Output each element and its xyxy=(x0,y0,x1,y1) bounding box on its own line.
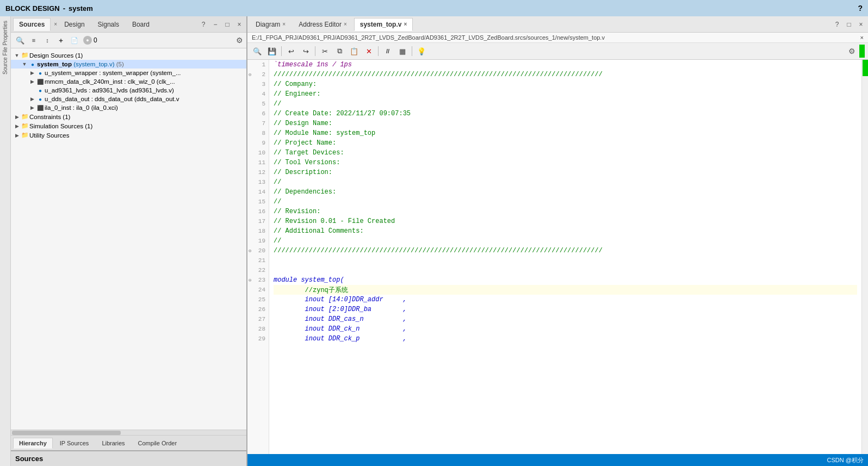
bottom-tab-libraries[interactable]: Libraries xyxy=(96,438,131,449)
code-line-6: // Create Date: 2022/11/27 09:07:35 xyxy=(274,109,857,119)
tree-scrollbar-thumb[interactable] xyxy=(12,431,121,435)
ln-arrow-20: ⊖ xyxy=(249,248,251,254)
add-sources-button[interactable]: + xyxy=(55,34,67,46)
code-text-13: // xyxy=(274,178,281,186)
code-text-17: // Revision 0.01 - File Created xyxy=(274,218,395,225)
bottom-tab-compile-order[interactable]: Compile Order xyxy=(132,438,183,449)
tree-horizontal-scrollbar[interactable] xyxy=(11,430,246,435)
toolbar-sep-1 xyxy=(281,46,282,56)
code-line-9: // Project Name: xyxy=(274,138,857,148)
count-circle: ● xyxy=(83,36,92,45)
right-scrollbar[interactable] xyxy=(861,60,868,454)
bottom-tab-hierarchy[interactable]: Hierarchy xyxy=(13,438,53,449)
tab-design[interactable]: Design xyxy=(58,18,90,31)
editor-tab-address-close[interactable]: × xyxy=(344,21,347,27)
tab-board[interactable]: Board xyxy=(126,18,156,31)
code-text-18: // Additional Comments: xyxy=(274,227,364,235)
editor-insight-button[interactable]: 💡 xyxy=(415,45,428,57)
code-text-9: // Project Name: xyxy=(274,139,336,147)
status-bar: CSDN @积分 xyxy=(247,454,868,466)
tree-arrow-mmcm: ▶ xyxy=(28,79,36,84)
tab-close-panel-icon[interactable]: × xyxy=(234,20,244,29)
tab-help-icon[interactable]: ? xyxy=(199,20,208,29)
editor-tab-address-editor[interactable]: Address Editor × xyxy=(293,18,353,31)
chip-icon-ila: ⬛ xyxy=(36,105,45,111)
editor-tab-system-top-close[interactable]: × xyxy=(404,21,407,27)
editor-save-button[interactable]: 💾 xyxy=(265,45,278,57)
expand-all-button[interactable]: ↕ xyxy=(41,34,53,46)
folder-icon-design-sources: 📁 xyxy=(21,52,29,59)
editor-cut-button[interactable]: ✂ xyxy=(318,45,331,57)
editor-comment-button[interactable]: // xyxy=(381,45,394,57)
editor-tab-diagram-close[interactable]: × xyxy=(282,21,286,27)
tree-item-system-top[interactable]: ▼ ● system_top (system_top.v) (5) xyxy=(11,60,246,69)
left-tabs-row: Sources × Design Signals Board ? − □ × xyxy=(11,16,246,33)
ln-6: 6 xyxy=(247,109,269,119)
tree-item-mmcm[interactable]: ▶ ⬛ mmcm_data_clk_240m_inst : clk_wiz_0 … xyxy=(11,77,246,86)
collapse-all-button[interactable]: ≡ xyxy=(28,34,40,46)
tab-sources[interactable]: Sources xyxy=(13,18,51,31)
left-tab-icons: ? − □ × xyxy=(199,20,244,29)
left-toolbar: 🔍 ≡ ↕ + 📄 ● 0 ⚙ xyxy=(11,33,246,48)
code-text-16: // Revision: xyxy=(274,208,320,215)
toolbar-count-area: ● 0 xyxy=(83,36,97,45)
code-content[interactable]: `timescale 1ns / 1ps ///////////////////… xyxy=(269,60,861,454)
editor-maximize-icon[interactable]: □ xyxy=(844,20,854,29)
tab-maximize-icon[interactable]: □ xyxy=(222,20,232,29)
code-line-13: // xyxy=(274,177,857,187)
tree-arrow-simulation: ▶ xyxy=(13,123,21,129)
ln-26: 26 xyxy=(247,305,269,314)
right-scrollbar-thumb[interactable] xyxy=(863,60,868,76)
editor-delete-button[interactable]: ✕ xyxy=(362,45,375,57)
editor-copy-button[interactable]: ⧉ xyxy=(333,45,346,57)
code-line-14: // Dependencies: xyxy=(274,187,857,197)
editor-indent-button[interactable]: ▦ xyxy=(396,45,409,57)
editor-tab-system-top[interactable]: system_top.v × xyxy=(354,18,413,31)
editor-redo-button[interactable]: ↪ xyxy=(299,45,312,57)
code-line-2: ////////////////////////////////////////… xyxy=(274,70,857,79)
filepath-close-btn[interactable]: × xyxy=(860,34,864,41)
editor-help-icon[interactable]: ? xyxy=(832,20,842,29)
bottom-tab-ip-sources[interactable]: IP Sources xyxy=(54,438,95,449)
editor-search-button[interactable]: 🔍 xyxy=(251,45,264,57)
tab-sources-close[interactable]: × xyxy=(54,21,57,27)
editor-paste-button[interactable]: 📋 xyxy=(348,45,361,57)
add-file-button[interactable]: 📄 xyxy=(69,34,80,46)
code-text-19: // xyxy=(274,237,281,245)
tree-item-utility[interactable]: ▶ 📁 Utility Sources xyxy=(11,131,246,140)
editor-tab-diagram[interactable]: Diagram × xyxy=(250,18,292,31)
tree-arrow-design-sources: ▼ xyxy=(13,53,21,58)
tree-item-ad9361[interactable]: ● u_ad9361_lvds : ad9361_lvds (ad9361_lv… xyxy=(11,86,246,95)
editor-settings-button[interactable]: ⚙ xyxy=(848,47,855,55)
tab-minimize-icon[interactable]: − xyxy=(210,20,220,29)
editor-close-icon[interactable]: × xyxy=(856,20,866,29)
code-text-6: // Create Date: 2022/11/27 09:07:35 xyxy=(274,110,411,117)
code-line-17: // Revision 0.01 - File Created xyxy=(274,216,857,226)
tree-item-design-sources[interactable]: ▼ 📁 Design Sources (1) xyxy=(11,51,246,60)
code-line-24: //zynq子系统 xyxy=(274,285,857,295)
editor-tab-icons: ? □ × xyxy=(832,20,866,29)
ln-18: 18 xyxy=(247,226,269,236)
settings-gear-button[interactable]: ⚙ xyxy=(236,36,243,45)
ln-12: 12 xyxy=(247,167,269,177)
toolbar-sep-2 xyxy=(315,46,315,56)
code-text-24: //zynq子系统 xyxy=(274,285,348,295)
code-area[interactable]: 1 ⊖2 3 4 5 6 7 8 9 10 11 12 13 14 15 16 … xyxy=(247,60,868,454)
dot-icon-system-top: ● xyxy=(28,61,37,67)
editor-toolbar: 🔍 💾 ↩ ↪ ✂ ⧉ 📋 ✕ // ▦ 💡 ⚙ xyxy=(247,43,868,60)
ln-10: 10 xyxy=(247,148,269,158)
editor-undo-button[interactable]: ↩ xyxy=(284,45,297,57)
source-file-properties-label[interactable]: Source File Properties xyxy=(1,18,9,77)
tree-item-constraints[interactable]: ▶ 📁 Constraints (1) xyxy=(11,112,246,121)
search-button[interactable]: 🔍 xyxy=(14,34,26,46)
tree-item-u-system-wrapper[interactable]: ▶ ● u_system_wrapper : system_wrapper (s… xyxy=(11,69,246,77)
tab-signals[interactable]: Signals xyxy=(92,18,125,31)
right-panel: Diagram × Address Editor × system_top.v … xyxy=(247,16,868,466)
tree-item-simulation[interactable]: ▶ 📁 Simulation Sources (1) xyxy=(11,121,246,131)
status-brand: CSDN @积分 xyxy=(827,456,864,464)
code-text-29: inout DDR_ck_p , xyxy=(274,335,407,343)
tree-item-ila[interactable]: ▶ ⬛ ila_0_inst : ila_0 (ila_0.xci) xyxy=(11,103,246,112)
tree-item-dds[interactable]: ▶ ● u_dds_data_out : dds_data_out (dds_d… xyxy=(11,95,246,103)
code-text-11: // Tool Versions: xyxy=(274,159,340,166)
title-help-button[interactable]: ? xyxy=(858,4,863,13)
